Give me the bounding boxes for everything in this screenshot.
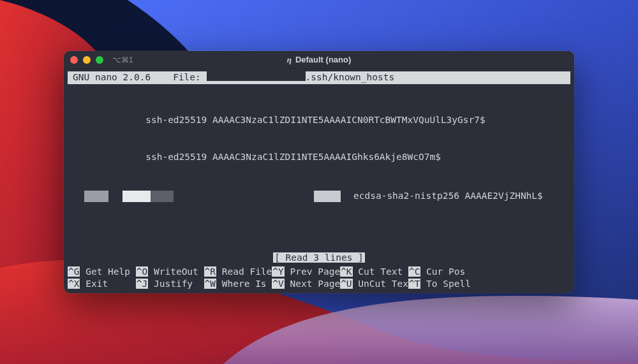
redacted-path: [207, 71, 306, 81]
file-label: File:: [173, 71, 201, 84]
titlebar: ⌥⌘1 η Default (nano): [64, 51, 574, 69]
content-line-1: ssh-ed25519 AAAAC3NzaC1lZDI1NTE5AAAAICN0…: [68, 114, 570, 127]
shortcut-where-is: ^W Where Is: [204, 278, 272, 291]
terminal-body[interactable]: GNU nano 2.0.6 File: .ssh/known_hosts ss…: [64, 69, 574, 293]
content-line-3: ecdsa-sha2-nistp256 AAAAE2VjZHNhL$: [68, 190, 570, 203]
shortcut-row-2: ^X Exit ^J Justify ^W Where Is ^V Next P…: [68, 278, 570, 291]
shortcut-justify: ^J Justify: [136, 278, 204, 291]
shortcut-exit: ^X Exit: [68, 278, 136, 291]
shortcut-cur-pos: ^C Cur Pos: [408, 266, 465, 279]
app-icon: η: [287, 55, 292, 65]
shortcut-uncut-text: ^U UnCut Tex: [340, 278, 408, 291]
redacted-block: [151, 191, 174, 202]
terminal-window: ⌥⌘1 η Default (nano) GNU nano 2.0.6 File…: [64, 51, 574, 293]
redacted-block: [314, 191, 341, 202]
close-button[interactable]: [70, 56, 78, 64]
redacted-block: [122, 191, 151, 202]
status-line: [ Read 3 lines ]: [64, 252, 574, 266]
content-line-2: ssh-ed25519 AAAAC3NzaC1lZDI1NTE5AAAAIGhk…: [68, 151, 570, 164]
traffic-lights: [70, 56, 103, 64]
window-title: η Default (nano): [287, 55, 352, 65]
status-text: [ Read 3 lines ]: [273, 252, 365, 263]
shortcut-row-1: ^G Get Help ^O WriteOut ^R Read File ^Y …: [68, 266, 570, 279]
window-title-text: Default (nano): [295, 55, 351, 64]
nano-header-bar: GNU nano 2.0.6 File: .ssh/known_hosts: [68, 71, 570, 84]
shortcut-read-file: ^R Read File: [204, 266, 272, 279]
shortcut-writeout: ^O WriteOut: [136, 266, 204, 279]
shortcut-get-help: ^G Get Help: [68, 266, 136, 279]
shortcut-prev-page: ^Y Prev Page: [272, 266, 340, 279]
minimize-button[interactable]: [83, 56, 91, 64]
shortcut-bar: ^G Get Help ^O WriteOut ^R Read File ^Y …: [64, 266, 574, 293]
content-line-3-text: ecdsa-sha2-nistp256 AAAAE2VjZHNhL$: [353, 190, 543, 203]
zoom-button[interactable]: [96, 56, 103, 64]
shortcut-next-page: ^V Next Page: [272, 278, 340, 291]
tab-shortcut-label: ⌥⌘1: [112, 55, 133, 64]
redacted-block: [84, 191, 108, 202]
nano-version: GNU nano 2.0.6: [73, 71, 151, 84]
shortcut-cut-text: ^K Cut Text: [340, 266, 408, 279]
file-suffix: .ssh/known_hosts: [306, 71, 395, 84]
shortcut-to-spell: ^T To Spell: [408, 278, 471, 291]
editor-content[interactable]: ssh-ed25519 AAAAC3NzaC1lZDI1NTE5AAAAICN0…: [64, 84, 574, 252]
